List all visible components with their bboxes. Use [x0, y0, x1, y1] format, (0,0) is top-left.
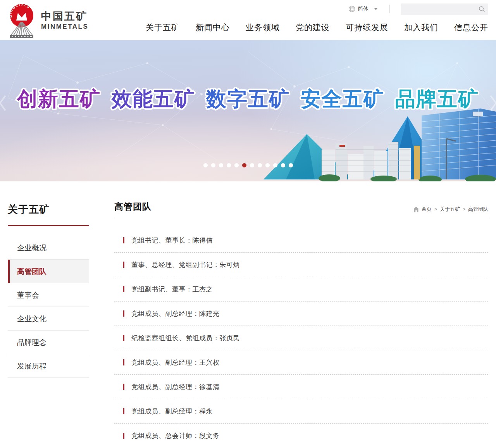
breadcrumb-item[interactable]: 首页 [422, 206, 432, 213]
banner-slogans: 创新五矿效能五矿数字五矿安全五矿品牌五矿 [0, 86, 496, 113]
sidebar-item-发展历程[interactable]: 发展历程 [8, 354, 89, 378]
logo-english-name: MINMETALS [41, 23, 88, 31]
red-bar-icon [123, 262, 124, 268]
sidebar-item-董事会[interactable]: 董事会 [8, 283, 89, 307]
banner-slogan: 创新五矿 [17, 88, 101, 110]
search-box[interactable] [401, 3, 488, 15]
minmetals-logo-icon: MINMETALS [8, 3, 36, 39]
main-head: 高管团队 首页>关于五矿>高管团队 [114, 201, 488, 218]
breadcrumb-item[interactable]: 高管团队 [468, 206, 488, 213]
topbar-divider [389, 5, 390, 13]
executive-text: 纪检监察组组长、党组成员：张贞民 [131, 334, 240, 343]
executive-row[interactable]: 党组成员、总会计师：段文务 [114, 424, 488, 448]
carousel-dot[interactable] [219, 163, 223, 167]
banner-slogan: 效能五矿 [112, 88, 195, 110]
carousel-dot[interactable] [211, 163, 215, 167]
executive-text: 党组成员、副总经理：徐基清 [131, 383, 220, 391]
main-panel: 高管团队 首页>关于五矿>高管团队 党组书记、董事长：陈得信董事、总经理、党组副… [114, 201, 488, 448]
main-nav: 关于五矿新闻中心业务领域党的建设可持续发展加入我们信息公开 [146, 22, 488, 36]
site-header: MINMETALS [0, 0, 496, 40]
red-bar-icon [123, 286, 124, 292]
language-switcher[interactable]: 简体 [348, 5, 378, 12]
carousel-dot[interactable] [289, 163, 293, 167]
carousel-dot[interactable] [258, 163, 262, 167]
red-bar-icon [123, 359, 124, 365]
breadcrumb-separator: > [463, 207, 465, 212]
red-bar-icon [123, 384, 124, 390]
banner-slogan: 数字五矿 [206, 88, 290, 110]
executive-row[interactable]: 董事、总经理、党组副书记：朱可炳 [114, 253, 488, 277]
executive-row[interactable]: 纪检监察组组长、党组成员：张贞民 [114, 326, 488, 350]
executive-list: 党组书记、董事长：陈得信董事、总经理、党组副书记：朱可炳党组副书记、董事：王杰之… [114, 228, 488, 448]
sidebar: 关于五矿 企业概况高管团队董事会企业文化品牌理念发展历程 [8, 201, 89, 448]
executive-row[interactable]: 党组副书记、董事：王杰之 [114, 277, 488, 302]
hero-banner: 创新五矿效能五矿数字五矿安全五矿品牌五矿 [0, 40, 496, 181]
red-bar-icon [123, 335, 124, 341]
carousel-dot[interactable] [234, 163, 239, 167]
search-input[interactable] [401, 3, 479, 15]
content-area: 关于五矿 企业概况高管团队董事会企业文化品牌理念发展历程 高管团队 首页>关于五… [8, 181, 488, 448]
banner-slogan: 品牌五矿 [395, 88, 479, 110]
carousel-dots [0, 163, 496, 167]
globe-icon [348, 5, 355, 12]
nav-item-新闻中心[interactable]: 新闻中心 [196, 22, 230, 33]
red-bar-icon [123, 433, 124, 439]
executive-row[interactable]: 党组成员、副总经理：程永 [114, 399, 488, 424]
logo-text: 中国五矿 MINMETALS [41, 11, 88, 31]
sidebar-item-品牌理念[interactable]: 品牌理念 [8, 331, 89, 354]
nav-item-信息公开[interactable]: 信息公开 [454, 22, 488, 33]
carousel-prev-arrow-icon[interactable] [0, 94, 8, 112]
page-title: 高管团队 [114, 201, 152, 213]
nav-item-党的建设[interactable]: 党的建设 [296, 22, 330, 33]
executive-text: 党组成员、副总经理：程永 [131, 407, 213, 416]
breadcrumb-trail: 首页>关于五矿>高管团队 [422, 206, 488, 213]
red-bar-icon [123, 237, 124, 243]
carousel-dot[interactable] [227, 163, 231, 167]
breadcrumb-separator: > [434, 207, 437, 212]
executive-text: 党组成员、副总经理：陈建光 [131, 309, 220, 318]
red-bar-icon [123, 310, 124, 317]
executive-text: 党组副书记、董事：王杰之 [131, 285, 213, 294]
carousel-dot[interactable] [265, 163, 270, 167]
sidebar-item-企业文化[interactable]: 企业文化 [8, 307, 89, 331]
carousel-dot[interactable] [250, 163, 254, 167]
search-icon[interactable] [479, 6, 485, 12]
executive-text: 党组成员、副总经理：王兴权 [131, 358, 220, 367]
breadcrumb-item[interactable]: 关于五矿 [440, 206, 460, 213]
executive-row[interactable]: 党组成员、副总经理：陈建光 [114, 302, 488, 326]
breadcrumb: 首页>关于五矿>高管团队 [413, 206, 488, 213]
sidebar-item-高管团队[interactable]: 高管团队 [8, 260, 89, 283]
executive-text: 党组成员、总会计师：段文务 [131, 431, 220, 440]
carousel-dot[interactable] [203, 163, 208, 167]
carousel-next-arrow-icon[interactable] [488, 94, 496, 112]
home-icon[interactable] [413, 207, 419, 212]
nav-item-可持续发展[interactable]: 可持续发展 [346, 22, 388, 33]
topbar: 简体 [348, 3, 488, 15]
executive-row[interactable]: 党组书记、董事长：陈得信 [114, 228, 488, 253]
chevron-down-icon [374, 8, 378, 10]
carousel-dot[interactable] [242, 163, 246, 167]
company-logo[interactable]: MINMETALS [8, 0, 88, 40]
executive-text: 党组书记、董事长：陈得信 [131, 236, 213, 245]
language-label: 简体 [358, 5, 369, 12]
carousel-dot[interactable] [281, 163, 285, 167]
executive-row[interactable]: 党组成员、副总经理：徐基清 [114, 375, 488, 399]
sidebar-menu: 企业概况高管团队董事会企业文化品牌理念发展历程 [8, 236, 89, 378]
logo-chinese-name: 中国五矿 [41, 11, 88, 22]
nav-item-业务领域[interactable]: 业务领域 [246, 22, 280, 33]
nav-item-加入我们[interactable]: 加入我们 [404, 22, 438, 33]
red-bar-icon [123, 408, 124, 414]
carousel-dot[interactable] [273, 163, 277, 167]
nav-item-关于五矿[interactable]: 关于五矿 [146, 22, 180, 33]
sidebar-item-企业概况[interactable]: 企业概况 [8, 236, 89, 260]
executive-text: 董事、总经理、党组副书记：朱可炳 [131, 260, 240, 269]
sidebar-title: 关于五矿 [8, 201, 89, 226]
banner-slogan: 安全五矿 [301, 88, 384, 110]
executive-row[interactable]: 党组成员、副总经理：王兴权 [114, 350, 488, 375]
